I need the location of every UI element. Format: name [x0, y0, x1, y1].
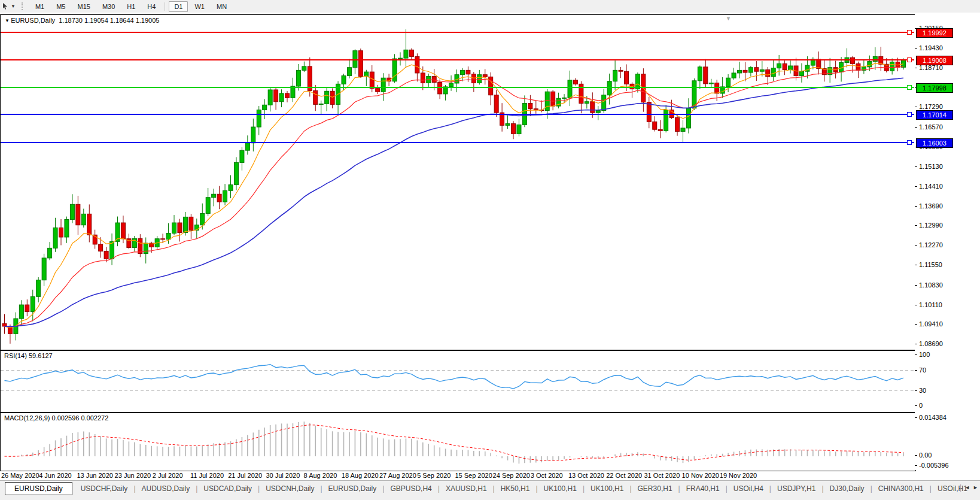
- candle-body: [59, 228, 63, 237]
- macd-indicator-pane[interactable]: MACD(12,26,9) 0.002596 0.002272: [0, 413, 916, 471]
- candle-body: [732, 73, 736, 78]
- chart-tab-usdcnh-daily[interactable]: USDCNH,Daily: [260, 483, 320, 495]
- chart-title: ▼ EURUSD,Daily 1.18730 1.19054 1.18644 1…: [5, 17, 159, 24]
- timeframe-button-mn[interactable]: MN: [211, 1, 232, 12]
- candle-body: [138, 238, 142, 253]
- chart-tab-audusd-daily[interactable]: AUDUSD,Daily: [136, 483, 196, 495]
- candle-body: [754, 68, 759, 71]
- chart-tab-usdcad-daily[interactable]: USDCAD,Daily: [197, 483, 258, 495]
- candle-body: [902, 60, 906, 67]
- chart-tab-xauusd-h1[interactable]: XAUUSD,H1: [440, 483, 493, 495]
- price-axis-label: 1.14410: [919, 183, 943, 190]
- price-chart-pane[interactable]: ▼ EURUSD,Daily 1.18730 1.19054 1.18644 1…: [0, 14, 916, 350]
- price-axis-label: 1.09410: [919, 320, 943, 328]
- candle-body: [370, 72, 374, 89]
- candle-body: [466, 70, 470, 74]
- candle-body: [42, 258, 46, 280]
- date-axis-label: 31 Oct 2020: [644, 472, 680, 479]
- price-axis-label: 1.17990: [919, 84, 943, 91]
- date-axis-label: 2 Jul 2020: [153, 472, 183, 479]
- candle-body: [686, 108, 690, 128]
- candle-body: [658, 129, 662, 131]
- candle-body: [771, 68, 775, 77]
- chart-shift-marker-icon[interactable]: ▼: [726, 16, 731, 22]
- candle-body: [404, 50, 408, 58]
- timeframe-button-h4[interactable]: H4: [142, 1, 161, 12]
- date-axis-label: 24 Sep 2020: [493, 472, 530, 479]
- tab-scroll-right-icon[interactable]: ►: [973, 484, 978, 490]
- price-axis[interactable]: 1.201501.194301.187101.179901.172901.165…: [915, 14, 980, 470]
- candle-body: [358, 51, 363, 77]
- price-axis-tick: [915, 285, 917, 286]
- candle-body: [25, 305, 29, 311]
- horizontal-level-line[interactable]: [1, 142, 914, 143]
- timeframe-button-m15[interactable]: M15: [72, 1, 95, 12]
- macd-axis-label: -0.005396: [919, 462, 949, 469]
- rsi-axis-tick: [915, 390, 917, 391]
- chart-tab-uk100-h1[interactable]: UK100,H1: [538, 483, 583, 495]
- candle-body: [223, 190, 227, 202]
- timeframe-button-m30[interactable]: M30: [97, 1, 120, 12]
- chart-tab-ger30-h1[interactable]: GER30,H1: [632, 483, 678, 495]
- candle-body: [789, 66, 793, 69]
- tab-separator: |: [960, 483, 961, 492]
- rsi-axis-tick: [915, 370, 917, 371]
- candle-body: [512, 124, 516, 134]
- chart-tab-hk50-h1[interactable]: HK50,H1: [495, 483, 536, 495]
- candle-body: [121, 223, 125, 239]
- chart-tab-fra40-h1[interactable]: FRA40,H1: [680, 483, 726, 495]
- level-handle[interactable]: [907, 112, 912, 117]
- toolbar-separator: [165, 2, 165, 11]
- price-axis-label: 1.19430: [919, 44, 943, 51]
- candle-body: [81, 214, 86, 225]
- chart-tab-usoil-h4[interactable]: USOil,H4: [728, 483, 769, 495]
- horizontal-level-line[interactable]: [1, 59, 914, 60]
- candle-body: [602, 95, 606, 111]
- level-handle[interactable]: [907, 85, 912, 90]
- candle-body: [483, 75, 487, 77]
- candle-body: [274, 90, 278, 102]
- price-axis-tick: [915, 186, 917, 187]
- timeframe-button-w1[interactable]: W1: [189, 1, 210, 12]
- timeframe-button-d1[interactable]: D1: [169, 1, 188, 12]
- price-axis-tick: [915, 324, 917, 325]
- price-axis-label: 1.15850: [919, 143, 943, 150]
- horizontal-level-line[interactable]: [1, 32, 914, 33]
- candle-body: [392, 59, 397, 81]
- cursor-tool-button[interactable]: ▼: [0, 0, 18, 13]
- tab-scroll-left-icon[interactable]: ◄: [964, 484, 970, 490]
- toolbar-grip[interactable]: [22, 2, 25, 10]
- chart-tab-eurusd-daily[interactable]: EURUSD,Daily: [322, 483, 383, 495]
- timeframe-toolbar: ▼ M1M5M15M30H1H4D1W1MN: [0, 0, 980, 13]
- candle-body: [625, 71, 629, 84]
- chart-tab-usdjpy-h1[interactable]: USDJPY,H1: [771, 483, 821, 495]
- timeframe-button-m1[interactable]: M1: [30, 1, 50, 12]
- chart-tab-dj30-daily[interactable]: DJ30,Daily: [824, 483, 871, 495]
- candle-body: [856, 63, 860, 70]
- candle-body: [783, 63, 787, 69]
- chart-tab-eurusd-daily[interactable]: EURUSD,Daily: [5, 482, 72, 495]
- rsi-axis-label: 70: [919, 366, 926, 374]
- chart-tab-gbpusd-h4[interactable]: GBPUSD,H4: [384, 483, 437, 495]
- candle-body: [743, 70, 747, 72]
- horizontal-level-line[interactable]: [1, 87, 914, 88]
- candle-body: [330, 91, 334, 104]
- date-axis-label: 3 Oct 2020: [531, 472, 563, 479]
- level-handle[interactable]: [907, 57, 912, 62]
- level-handle[interactable]: [907, 30, 912, 35]
- chart-tab-china300-h1[interactable]: CHINA300,H1: [872, 483, 930, 495]
- rsi-axis-label: 100: [919, 351, 930, 358]
- timeframe-button-h1[interactable]: H1: [121, 1, 141, 12]
- chart-tab-usdchf-daily[interactable]: USDCHF,Daily: [75, 483, 134, 495]
- horizontal-level-line[interactable]: [1, 114, 914, 115]
- date-axis[interactable]: 26 May 20204 Jun 202013 Jun 202023 Jun 2…: [0, 471, 915, 481]
- macd-label: MACD(12,26,9) 0.002596 0.002272: [4, 414, 108, 422]
- candle-body: [31, 296, 35, 311]
- candle-body: [206, 198, 210, 214]
- rsi-indicator-pane[interactable]: RSI(14) 59.6127: [0, 350, 916, 413]
- level-handle[interactable]: [907, 140, 912, 145]
- chart-tab-uk100-h1[interactable]: UK100,H1: [585, 483, 629, 495]
- timeframe-button-m5[interactable]: M5: [51, 1, 71, 12]
- candle-body: [229, 185, 233, 191]
- candle-body: [263, 105, 267, 110]
